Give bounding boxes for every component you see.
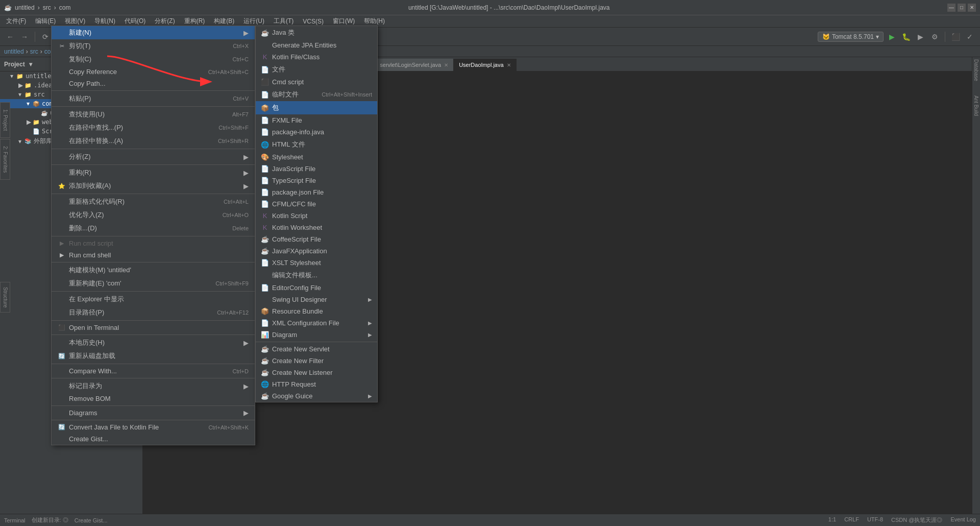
ctx-terminal[interactable]: ⬛ Open in Terminal [52, 322, 255, 333]
toolbar-vcs[interactable]: ✓ [964, 31, 976, 43]
run-config[interactable]: 🐱 Tomcat 8.5.701 ▾ [818, 32, 884, 42]
tab-loginservlet2[interactable]: servlet\LoginServlet.java ✕ [375, 59, 454, 71]
ctx-copy-path[interactable]: Copy Path... [52, 78, 255, 89]
menu-analyze[interactable]: 分析(Z) [151, 16, 179, 27]
sub-html[interactable]: 🌐 HTML 文件 [256, 138, 377, 151]
status-event-log[interactable]: Event Log [950, 516, 976, 524]
sub-pkg-info[interactable]: 📄 package-info.java [256, 126, 377, 138]
ctx-gist[interactable]: Create Gist... [52, 433, 255, 445]
sub-xslt[interactable]: 📄 XSLT Stylesheet [256, 257, 377, 269]
menu-file[interactable]: 文件(F) [2, 16, 30, 27]
sub-fxml[interactable]: 📄 FXML File [256, 114, 377, 126]
ctx-local-history[interactable]: 本地历史(H) ▶ [52, 336, 255, 349]
sub-scratch[interactable]: 📄 临时文件 Ctrl+Alt+Shift+Insert [256, 88, 377, 101]
ctx-rebuild[interactable]: 重新构建(E) 'com' Ctrl+Shift+F9 [52, 277, 255, 290]
sub-create-servlet[interactable]: ☕ Create New Servlet [256, 343, 377, 355]
sub-file[interactable]: 📄 文件 [256, 63, 377, 76]
tab-structure[interactable]: Structure [0, 282, 10, 313]
menu-vcs[interactable]: VCS(S) [299, 17, 328, 26]
sub-cfml[interactable]: 📄 CFML/CFC file [256, 198, 377, 210]
tab-2-favorites[interactable]: 2: Favorites [0, 139, 10, 180]
sub-kotlin-script[interactable]: K Kotlin Script [256, 210, 377, 222]
tab-userdaoimpl[interactable]: UserDaoImpl.java ✕ [454, 59, 516, 71]
sub-resource-bundle[interactable]: 📦 Resource Bundle [256, 305, 377, 317]
toolbar-back[interactable]: ← [4, 31, 16, 43]
tab-1-project[interactable]: 1: Project [0, 102, 10, 138]
sub-swing[interactable]: Swing UI Designer ▶ [256, 294, 377, 305]
menu-run[interactable]: 运行(U) [239, 16, 268, 27]
sub-cmd-script[interactable]: ⬛ Cmd script [256, 76, 377, 88]
ctx-compare[interactable]: Compare With... Ctrl+D [52, 365, 255, 377]
menu-build[interactable]: 构建(B) [210, 16, 238, 27]
ctx-find-path[interactable]: 在路径中查找...(P) Ctrl+Shift+F [52, 121, 255, 134]
ctx-delete[interactable]: 删除...(D) Delete [52, 222, 255, 235]
ctx-run-shell[interactable]: ▶ Run cmd shell [52, 249, 255, 261]
sidebar-dropdown[interactable]: ▾ [29, 61, 32, 68]
ctx-remove-bom[interactable]: Remove BOM [52, 393, 255, 404]
sub-coffee[interactable]: ☕ CoffeeScript File [256, 233, 377, 245]
status-encoding[interactable]: UTF-8 [867, 516, 883, 524]
ctx-optimize[interactable]: 优化导入(Z) Ctrl+Alt+O [52, 208, 255, 222]
maximize-button[interactable]: □ [958, 4, 966, 12]
toolbar-forward[interactable]: → [18, 31, 31, 43]
toolbar-settings[interactable]: ⚙ [928, 31, 941, 43]
ctx-new[interactable]: 新建(N) ▶ [52, 26, 255, 39]
ctx-show-explorer[interactable]: 在 Explorer 中显示 [52, 293, 255, 306]
status-terminal[interactable]: Terminal [4, 517, 26, 523]
sub-http-request[interactable]: 🌐 HTTP Request [256, 378, 377, 390]
sub-create-filter[interactable]: ☕ Create New Filter [256, 355, 377, 367]
breadcrumb-src[interactable]: src [30, 48, 38, 55]
debug-button[interactable]: 🐛 [900, 31, 912, 43]
menu-view[interactable]: 视图(V) [61, 16, 89, 27]
ctx-diagrams[interactable]: Diagrams ▶ [52, 407, 255, 419]
toolbar-terminal[interactable]: ⬛ [949, 31, 962, 43]
breadcrumb-project[interactable]: untitled [4, 48, 24, 55]
menu-code[interactable]: 代码(O) [120, 16, 150, 27]
status-crlf[interactable]: CRLF [844, 516, 859, 524]
ctx-favorites[interactable]: ⭐ 添加到收藏(A) ▶ [52, 179, 255, 193]
sub-javafx[interactable]: ☕ JavaFXApplication [256, 245, 377, 257]
menu-tools[interactable]: 工具(T) [270, 16, 298, 27]
ctx-analyze[interactable]: 分析(Z) ▶ [52, 150, 255, 163]
menu-navigate[interactable]: 导航(N) [90, 16, 119, 27]
menu-refactor[interactable]: 重构(R) [180, 16, 209, 27]
ant-tab[interactable]: Ant Build [972, 93, 980, 118]
ctx-copy-ref[interactable]: Copy Reference Ctrl+Alt+Shift+C [52, 66, 255, 78]
status-gist[interactable]: Create Gist... [75, 517, 108, 523]
tab-loginservlet2-close[interactable]: ✕ [444, 62, 448, 68]
sub-editor-config[interactable]: 📄 EditorConfig File [256, 282, 377, 294]
menu-window[interactable]: 窗口(W) [329, 16, 359, 27]
ctx-paste[interactable]: 粘贴(P) Ctrl+V [52, 92, 255, 105]
menu-help[interactable]: 帮助(H) [360, 16, 389, 27]
menu-edit[interactable]: 编辑(E) [31, 16, 60, 27]
ctx-reload[interactable]: 🔄 重新从磁盘加载 [52, 349, 255, 363]
database-tab[interactable]: Database [972, 57, 980, 83]
tab-userdaoimpl-close[interactable]: ✕ [507, 62, 511, 68]
sub-js[interactable]: 📄 JavaScript File [256, 163, 377, 175]
run-button[interactable]: ▶ [886, 31, 898, 43]
sub-ts[interactable]: 📄 TypeScript File [256, 175, 377, 186]
sub-kotlin[interactable]: K Kotlin File/Class [256, 51, 377, 63]
ctx-replace-path[interactable]: 在路径中替换...(A) Ctrl+Shift+R [52, 134, 255, 148]
minimize-button[interactable]: — [947, 4, 955, 12]
ctx-mark-dir[interactable]: 标记目录为 ▶ [52, 379, 255, 393]
sub-xml-config[interactable]: 📄 XML Configuration File ▶ [256, 317, 377, 329]
sub-jpa[interactable]: Generate JPA Entities [256, 39, 377, 51]
coverage-button[interactable]: ▶ [914, 31, 926, 43]
ctx-find-usages[interactable]: 查找使用(U) Alt+F7 [52, 108, 255, 121]
close-button[interactable]: ✕ [968, 4, 976, 12]
sub-google-guice[interactable]: ☕ Google Guice ▶ [256, 390, 377, 402]
sub-css[interactable]: 🎨 Stylesheet [256, 151, 377, 163]
ctx-cut[interactable]: ✂ 剪切(T) Ctrl+X [52, 39, 255, 53]
ctx-refactor[interactable]: 重构(R) ▶ [52, 166, 255, 179]
sub-package[interactable]: 📦 包 [256, 101, 377, 114]
ctx-build-module[interactable]: 构建模块(M) 'untitled' [52, 264, 255, 277]
sub-create-listener[interactable]: ☕ Create New Listener [256, 367, 377, 378]
ctx-reformat[interactable]: 重新格式化代码(R) Ctrl+Alt+L [52, 195, 255, 208]
sub-diagram[interactable]: 📊 Diagram ▶ [256, 329, 377, 341]
sub-pkg-json[interactable]: 📄 package.json File [256, 186, 377, 198]
ctx-convert[interactable]: 🔄 Convert Java File to Kotlin File Ctrl+… [52, 421, 255, 433]
sub-edit-templates[interactable]: 编辑文件模板... [256, 269, 377, 282]
toolbar-recent[interactable]: ⟳ [39, 31, 52, 43]
sub-java-class[interactable]: ☕ Java 类 [256, 26, 377, 39]
